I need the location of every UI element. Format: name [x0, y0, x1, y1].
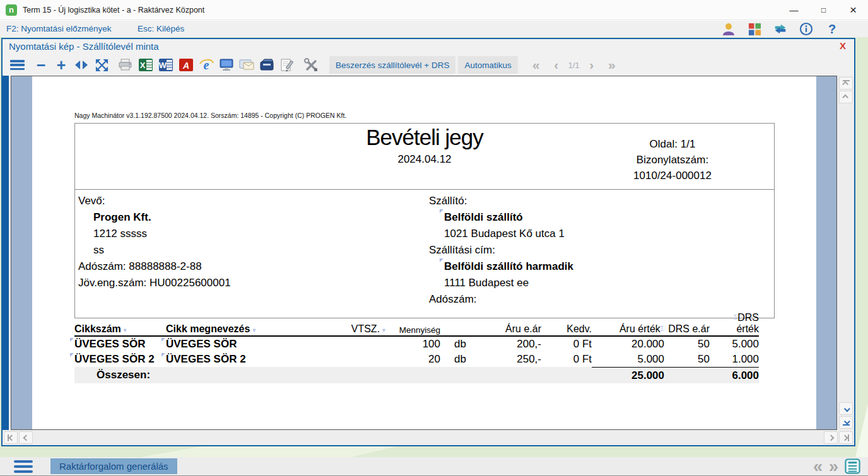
supplier-label: Szállító:	[426, 193, 573, 209]
minimize-icon: —	[790, 5, 799, 15]
tab-scroll-forward-button[interactable]: »	[829, 458, 838, 475]
customer-address1: 1212 sssss	[75, 226, 774, 242]
display-button[interactable]	[217, 55, 236, 74]
apps-grid-icon[interactable]	[746, 21, 763, 37]
print-button[interactable]	[116, 55, 135, 74]
item-drs-value: 5.000	[710, 338, 759, 351]
filter-icon[interactable]	[381, 323, 387, 335]
total-label: Összesen:	[74, 367, 324, 383]
preview-close-button[interactable]: X	[836, 40, 850, 51]
monitor-icon	[218, 57, 235, 73]
user-icon[interactable]	[720, 21, 737, 37]
scroll-down-button[interactable]	[839, 402, 853, 415]
svg-text:W: W	[159, 61, 167, 70]
edit-template-button[interactable]	[278, 55, 296, 74]
filter-icon[interactable]	[251, 323, 257, 335]
export-excel-button[interactable]: X	[136, 55, 155, 74]
table-row: ÜVEGES SÖR 2 ÜVEGES SÖR 2 20 db 250,- 0 …	[74, 352, 759, 367]
customer-block: Vevő: Progen Kft. 1212 sssss ss Adószám:…	[75, 193, 774, 291]
shipping-address: 1111 Budapest ee	[426, 275, 573, 291]
preview-viewport-row: Nagy Machinátor v3.1.192.87500 2024.04.1…	[3, 76, 854, 430]
page-indicator: 1/1	[566, 61, 582, 70]
scroll-left-button[interactable]	[19, 431, 33, 444]
menu-print-history[interactable]: F2: Nyomtatási előzmények	[6, 21, 112, 37]
tab-scroll-back-button[interactable]: «	[813, 458, 823, 475]
task-list-button[interactable]	[845, 458, 860, 474]
export-word-button[interactable]: W	[156, 55, 175, 74]
item-drs-price: 50	[664, 353, 710, 366]
zoom-in-icon: +	[57, 57, 66, 73]
maximize-button[interactable]: □	[809, 0, 838, 20]
menubar: F2: Nyomtatási előzmények Esc: Kilépés ?	[0, 21, 868, 37]
doc-number-label: Bizonylatszám:	[595, 152, 750, 168]
chevron-right-icon	[842, 434, 848, 441]
task-list-icon	[845, 458, 860, 474]
horizontal-scrollbar[interactable]	[3, 430, 854, 445]
chevron-left-icon	[9, 434, 15, 441]
shipping-name[interactable]: Belföldi szállító harmadik	[426, 258, 573, 275]
export-html-button[interactable]: e	[197, 55, 216, 74]
item-qty: 100	[387, 338, 440, 351]
item-discount: 0 Ft	[541, 353, 592, 366]
scroll-up-button[interactable]	[839, 91, 853, 103]
template-select-button[interactable]: Beszerzés szállítólevél + DRS	[329, 56, 455, 74]
transfer-arrows-icon[interactable]	[772, 21, 789, 37]
svg-text:X: X	[140, 61, 146, 70]
col-header-name: Cikk megnevezés	[166, 323, 324, 335]
vertical-scrollbar[interactable]	[838, 76, 854, 430]
mode-select-button[interactable]: Automatikus	[458, 56, 517, 74]
col-header-qty: Mennyiség	[387, 325, 440, 335]
printer-icon	[117, 57, 134, 73]
table-total-row: Összesen: 25.000 6.000	[74, 367, 759, 383]
preview-close-icon: X	[840, 40, 846, 51]
col-header-discount: Kedv.	[541, 323, 592, 335]
scroll-to-right-button[interactable]	[839, 431, 853, 444]
col-header-drs-price: DRS e.ár	[664, 323, 710, 335]
menubar-icons: ?	[720, 21, 840, 37]
menu-button[interactable]	[8, 55, 26, 74]
chevron-down-icon	[843, 405, 850, 412]
statusbar: Raktárforgalom generálás « »	[0, 457, 868, 475]
window-controls: — □ ×	[779, 0, 868, 20]
item-unit-price: 200,-	[478, 338, 541, 351]
customer-excise-number: Jöv.eng.szám: HU00225600001	[75, 275, 774, 291]
statusbar-menu-button[interactable]	[14, 460, 33, 473]
export-pdf-button[interactable]: A	[177, 55, 196, 74]
item-name[interactable]: ÜVEGES SÖR 2	[166, 353, 324, 366]
archive-button[interactable]	[257, 55, 276, 74]
task-tab[interactable]: Raktárforgalom generálás	[50, 458, 177, 474]
filter-icon[interactable]	[122, 323, 128, 335]
email-button[interactable]	[237, 55, 256, 74]
fit-page-button[interactable]	[92, 55, 111, 74]
settings-button[interactable]	[302, 55, 320, 74]
fit-width-button[interactable]	[72, 55, 91, 74]
decor-shape	[855, 375, 868, 457]
titlebar: n Term 15 - Új logisztika kötet - a - Ra…	[0, 0, 868, 20]
document-header-box: Bevételi jegy 2024.04.12 Oldal: 1/1 Bizo…	[74, 123, 775, 190]
close-button[interactable]: ×	[838, 0, 868, 20]
scroll-to-left-button[interactable]	[4, 431, 18, 444]
zoom-in-button[interactable]: +	[52, 55, 71, 74]
info-icon[interactable]	[798, 21, 814, 37]
item-unit-price: 250,-	[478, 353, 541, 366]
item-value: 5.000	[592, 353, 664, 366]
chevron-down-icon	[843, 419, 850, 425]
scroll-right-button[interactable]	[824, 431, 838, 444]
item-name[interactable]: ÜVEGES SÖR	[166, 338, 324, 351]
first-page-button[interactable]: «	[527, 55, 546, 74]
scroll-to-bottom-button[interactable]	[839, 416, 853, 429]
last-page-button[interactable]: »	[602, 55, 621, 74]
next-page-button[interactable]: ›	[582, 55, 601, 74]
help-icon[interactable]: ?	[824, 21, 840, 37]
chevron-left-icon	[23, 434, 29, 441]
zoom-out-button[interactable]: −	[32, 55, 50, 74]
supplier-tax-label: Adószám:	[426, 291, 573, 308]
minimize-button[interactable]: —	[779, 0, 809, 20]
supplier-name[interactable]: Belföldi szállító	[426, 209, 573, 226]
menu-exit[interactable]: Esc: Kilépés	[138, 21, 184, 37]
item-code[interactable]: ÜVEGES SÖR	[74, 338, 166, 351]
scroll-to-top-button[interactable]	[839, 77, 853, 90]
prev-page-button[interactable]: ‹	[547, 55, 566, 74]
tools-icon	[303, 57, 319, 73]
item-code[interactable]: ÜVEGES SÖR 2	[74, 353, 166, 366]
